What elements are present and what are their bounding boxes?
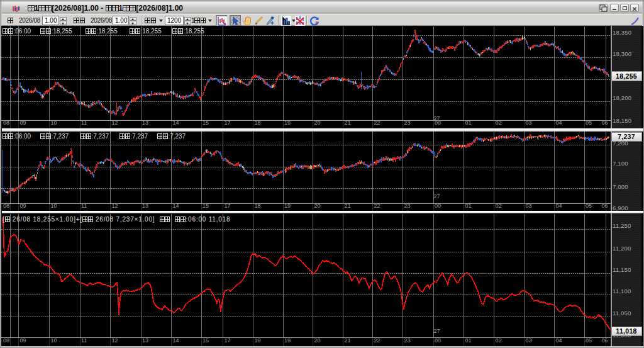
svg-text:22: 22 xyxy=(374,337,380,344)
svg-text:27: 27 xyxy=(434,193,440,199)
svg-text:20: 20 xyxy=(314,337,321,344)
svg-text:23: 23 xyxy=(404,120,411,126)
svg-text:03: 03 xyxy=(526,203,532,209)
svg-text:01: 01 xyxy=(465,120,472,126)
svg-text:15: 15 xyxy=(203,337,209,344)
svg-text:00: 00 xyxy=(435,337,441,344)
svg-text:10: 10 xyxy=(51,120,57,126)
svg-text:10: 10 xyxy=(51,337,57,344)
svg-text:21: 21 xyxy=(345,120,351,126)
svg-text:09: 09 xyxy=(20,203,26,209)
svg-text:19: 19 xyxy=(284,337,291,344)
svg-text:18,255: 18,255 xyxy=(616,72,637,80)
svg-text:18: 18 xyxy=(255,120,261,126)
svg-text:17: 17 xyxy=(225,203,231,209)
svg-text:18,350: 18,350 xyxy=(613,29,631,36)
svg-text:03: 03 xyxy=(526,120,532,126)
svg-text:18: 18 xyxy=(255,203,261,209)
svg-text:02: 02 xyxy=(496,203,502,209)
svg-text:06: 06 xyxy=(602,120,608,126)
svg-text:09: 09 xyxy=(20,337,26,344)
svg-text:23: 23 xyxy=(404,203,411,209)
svg-text:14: 14 xyxy=(173,203,179,209)
svg-text:14: 14 xyxy=(173,337,179,344)
svg-text:11: 11 xyxy=(81,203,87,209)
svg-text:13: 13 xyxy=(142,337,148,344)
svg-text:17: 17 xyxy=(225,120,231,126)
svg-text:11,050: 11,050 xyxy=(613,310,631,317)
svg-text:13: 13 xyxy=(142,203,148,209)
svg-text:08: 08 xyxy=(3,120,9,126)
svg-text:18: 18 xyxy=(255,337,261,344)
svg-text:00: 00 xyxy=(435,203,441,209)
svg-text:18,300: 18,300 xyxy=(613,50,631,57)
svg-text:27: 27 xyxy=(434,115,440,121)
svg-text:13: 13 xyxy=(142,120,148,126)
svg-text:18,150: 18,150 xyxy=(613,117,631,124)
svg-text:11: 11 xyxy=(81,337,87,344)
svg-text:01: 01 xyxy=(465,337,472,344)
svg-text:20: 20 xyxy=(314,203,321,209)
svg-text:04: 04 xyxy=(556,120,562,126)
svg-text:11,100: 11,100 xyxy=(613,288,631,295)
svg-text:05: 05 xyxy=(586,203,592,209)
svg-text:22: 22 xyxy=(374,120,380,126)
svg-text:18,200: 18,200 xyxy=(613,94,631,101)
svg-text:19: 19 xyxy=(284,203,291,209)
svg-text:08: 08 xyxy=(3,337,9,344)
svg-text:17: 17 xyxy=(225,337,231,344)
svg-text:15: 15 xyxy=(203,203,209,209)
svg-text:03: 03 xyxy=(526,337,532,344)
svg-text:02: 02 xyxy=(496,337,502,344)
svg-text:02: 02 xyxy=(496,120,502,126)
svg-text:19: 19 xyxy=(284,120,291,126)
svg-text:08: 08 xyxy=(3,203,9,209)
svg-text:14: 14 xyxy=(173,120,179,126)
svg-text:15: 15 xyxy=(203,120,209,126)
svg-text:12: 12 xyxy=(112,203,118,209)
svg-text:04: 04 xyxy=(556,337,562,344)
svg-text:06: 06 xyxy=(602,203,608,209)
svg-text:11,200: 11,200 xyxy=(613,245,631,252)
svg-text:22: 22 xyxy=(374,203,380,209)
svg-text:05: 05 xyxy=(586,120,592,126)
svg-text:a: a xyxy=(315,20,318,25)
svg-text:20: 20 xyxy=(314,120,321,126)
svg-text:06: 06 xyxy=(602,337,608,344)
svg-text:09: 09 xyxy=(20,120,26,126)
svg-text:11,018: 11,018 xyxy=(616,327,636,335)
svg-text:27: 27 xyxy=(434,328,440,334)
svg-text:12: 12 xyxy=(112,120,118,126)
svg-text:7,100: 7,100 xyxy=(613,160,628,167)
svg-text:12: 12 xyxy=(112,337,118,344)
svg-text:01: 01 xyxy=(465,203,472,209)
svg-text:10: 10 xyxy=(51,203,57,209)
svg-text:21: 21 xyxy=(345,203,351,209)
svg-text:05: 05 xyxy=(586,337,592,344)
svg-text:04: 04 xyxy=(556,203,562,209)
svg-text:21: 21 xyxy=(345,337,351,344)
svg-text:11: 11 xyxy=(81,120,87,126)
svg-text:11,150: 11,150 xyxy=(613,266,631,273)
svg-text:11,250: 11,250 xyxy=(613,222,631,229)
svg-text:23: 23 xyxy=(404,337,411,344)
svg-text:7,000: 7,000 xyxy=(613,183,628,190)
svg-text:7,237: 7,237 xyxy=(618,133,635,140)
